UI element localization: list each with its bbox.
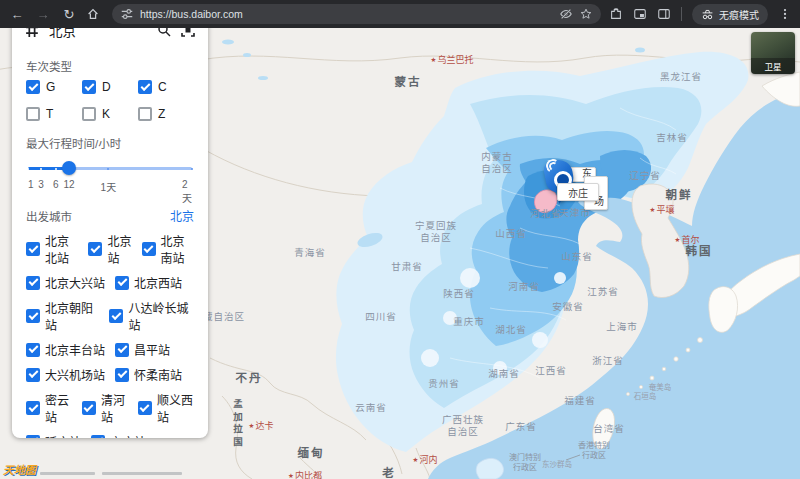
slider-tick-dot [191, 168, 193, 170]
slider-tick-dot [27, 168, 29, 170]
marker-station-label-chip[interactable]: 亦庄 [557, 183, 599, 201]
duration-ticks: 136121天2天 [28, 179, 192, 193]
station-亦庄站[interactable]: 亦庄站 [91, 433, 146, 438]
incognito-badge[interactable]: 无痕模式 [692, 4, 768, 25]
checkbox-label: 亦庄站 [110, 433, 146, 438]
checkbox[interactable] [82, 80, 96, 94]
station-row: 大兴机场站怀柔南站 [26, 366, 194, 383]
station-顺义西站[interactable]: 顺义西站 [138, 391, 194, 425]
station-八达岭长城站[interactable]: 八达岭长城站 [109, 299, 194, 333]
incognito-glasses-icon [701, 8, 714, 21]
station-list: 北京北站北京站北京南站北京大兴站北京西站北京朝阳站八达岭长城站北京丰台站昌平站大… [26, 232, 194, 438]
checkbox[interactable] [26, 343, 40, 357]
checkbox[interactable] [88, 242, 102, 256]
train-type-K[interactable]: K [82, 107, 138, 121]
train-type-grid: GDCTKZ [26, 80, 194, 121]
checkbox[interactable] [138, 401, 152, 415]
checkbox-label: 清河站 [101, 391, 128, 425]
bookmark-star-icon[interactable] [579, 7, 593, 21]
reload-button[interactable]: ↻ [60, 7, 78, 22]
slider-tick-dot [40, 168, 42, 170]
checkbox-label: 怀柔南站 [134, 366, 182, 383]
station-昌平站[interactable]: 昌平站 [115, 341, 170, 358]
checkbox-label: 北京北站 [45, 232, 78, 266]
station-row: 密云站清河站顺义西站 [26, 391, 194, 425]
checkbox[interactable] [26, 368, 40, 382]
station-row: 北京丰台站昌平站 [26, 341, 194, 358]
slider-tick-label: 3 [38, 179, 44, 190]
station-延庆站[interactable]: 延庆站 [26, 433, 81, 438]
side-panel-icon[interactable] [657, 7, 671, 21]
station-北京西站[interactable]: 北京西站 [115, 274, 182, 291]
checkbox[interactable] [91, 435, 105, 439]
station-北京丰台站[interactable]: 北京丰台站 [26, 341, 105, 358]
back-button[interactable]: ← [8, 7, 26, 22]
checkbox-label: 北京丰台站 [45, 341, 105, 358]
attribution-text-blur [40, 472, 95, 475]
checkbox-label: 密云站 [45, 391, 72, 425]
checkbox-label: Z [158, 107, 165, 121]
station-大兴机场站[interactable]: 大兴机场站 [26, 366, 105, 383]
checkbox[interactable] [138, 80, 152, 94]
checkbox-label: 北京朝阳站 [45, 299, 99, 333]
extension-icon[interactable] [609, 7, 623, 21]
station-怀柔南站[interactable]: 怀柔南站 [115, 366, 182, 383]
checkbox[interactable] [26, 107, 40, 121]
checkbox[interactable] [26, 435, 40, 439]
eye-off-icon[interactable] [559, 7, 573, 21]
checkbox[interactable] [82, 107, 96, 121]
departure-label: 出发城市 [26, 208, 72, 224]
station-北京北站[interactable]: 北京北站 [26, 232, 78, 266]
station-密云站[interactable]: 密云站 [26, 391, 72, 425]
incognito-label: 无痕模式 [719, 7, 759, 22]
station-清河站[interactable]: 清河站 [82, 391, 128, 425]
train-type-D[interactable]: D [82, 80, 138, 94]
toolbar-separator [681, 7, 682, 21]
kebab-menu-icon[interactable] [778, 7, 792, 21]
checkbox-label: 顺义西站 [157, 391, 194, 425]
station-row: 延庆站亦庄站 [26, 433, 194, 438]
satellite-toggle[interactable]: 卫星 [751, 32, 795, 74]
duration-slider[interactable] [28, 161, 192, 175]
picture-in-picture-icon[interactable] [633, 7, 647, 21]
checkbox[interactable] [26, 276, 40, 290]
url-text: https://bus.daibor.com [140, 8, 553, 20]
train-type-G[interactable]: G [26, 80, 82, 94]
checkbox[interactable] [26, 401, 40, 415]
station-北京大兴站[interactable]: 北京大兴站 [26, 274, 105, 291]
checkbox-label: C [158, 80, 167, 94]
checkbox-label: 八达岭长城站 [128, 299, 194, 333]
slider-handle[interactable] [62, 161, 76, 175]
checkbox[interactable] [109, 309, 123, 323]
train-type-C[interactable]: C [138, 80, 194, 94]
address-bar[interactable]: https://bus.daibor.com [112, 4, 601, 24]
checkbox[interactable] [115, 276, 129, 290]
checkbox[interactable] [115, 368, 129, 382]
satellite-label: 卫星 [751, 58, 795, 74]
slider-tick-label: 12 [63, 179, 74, 190]
train-type-label: 车次类型 [26, 58, 194, 74]
train-type-Z[interactable]: Z [138, 107, 194, 121]
station-北京南站[interactable]: 北京南站 [142, 232, 194, 266]
home-button[interactable] [86, 7, 104, 21]
checkbox-label: 大兴机场站 [45, 366, 105, 383]
checkbox-label: D [102, 80, 111, 94]
station-北京站[interactable]: 北京站 [88, 232, 131, 266]
checkbox-label: G [46, 80, 55, 94]
checkbox[interactable] [26, 309, 40, 323]
station-北京朝阳站[interactable]: 北京朝阳站 [26, 299, 99, 333]
checkbox[interactable] [138, 107, 152, 121]
departure-city-link[interactable]: 北京 [170, 207, 194, 224]
station-row: 北京北站北京站北京南站 [26, 232, 194, 266]
checkbox-label: 北京西站 [134, 274, 182, 291]
browser-toolbar: ← → ↻ https://bus.daibor.com 无痕模式 [0, 0, 800, 28]
checkbox[interactable] [115, 343, 129, 357]
checkbox[interactable] [26, 242, 40, 256]
checkbox[interactable] [82, 401, 96, 415]
train-type-T[interactable]: T [26, 107, 82, 121]
site-info-icon[interactable] [120, 7, 134, 21]
checkbox[interactable] [142, 242, 156, 256]
checkbox[interactable] [26, 80, 40, 94]
forward-button[interactable]: → [34, 7, 52, 22]
slider-tick-label: 1 [28, 179, 34, 190]
